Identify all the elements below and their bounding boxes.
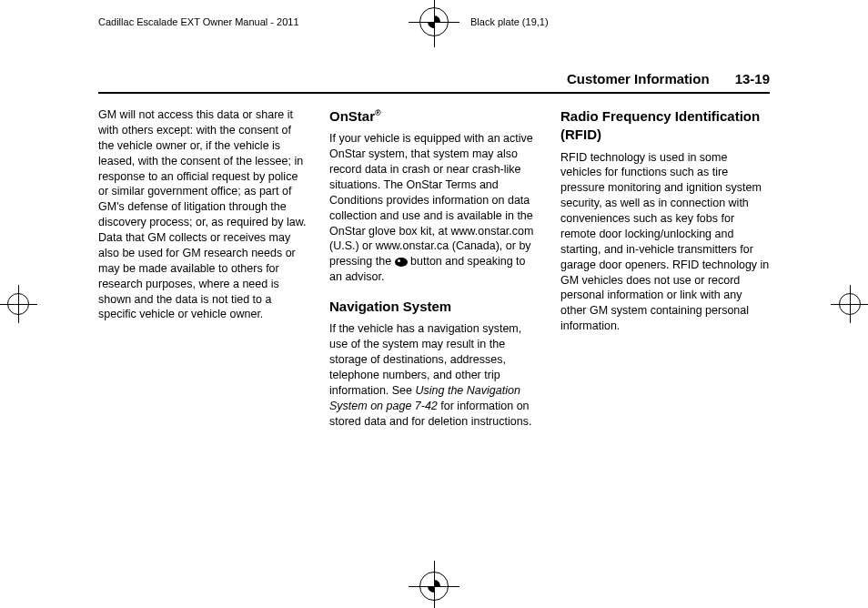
column-2: OnStar® If your vehicle is equipped with… [329, 107, 539, 436]
column-1: GM will not access this data or share it… [98, 107, 308, 436]
manual-title: Cadillac Escalade EXT Owner Manual - 201… [98, 16, 398, 27]
page-header: Customer Information 13-19 [98, 71, 770, 94]
rfid-heading: Radio Frequency Identification (RFID) [560, 107, 770, 145]
registration-mark-right [839, 293, 861, 315]
registration-mark-left [7, 293, 29, 315]
registration-mark-bottom [419, 572, 449, 601]
section-title: Customer Information [567, 71, 710, 86]
rfid-body: RFID technology is used in some vehicles… [560, 150, 770, 335]
navigation-heading: Navigation System [329, 298, 539, 316]
registration-mark-top [419, 7, 449, 36]
column-3: Radio Frequency Identification (RFID) RF… [560, 107, 770, 436]
onstar-button-icon [395, 258, 408, 267]
navigation-body: If the vehicle has a navigation system, … [329, 321, 539, 429]
onstar-body: If your vehicle is equipped with an acti… [329, 131, 539, 285]
onstar-heading: OnStar® [329, 107, 539, 126]
page-number: 13-19 [735, 71, 770, 86]
content-area: GM will not access this data or share it… [98, 107, 770, 436]
gm-data-text: GM will not access this data or share it… [98, 107, 308, 322]
